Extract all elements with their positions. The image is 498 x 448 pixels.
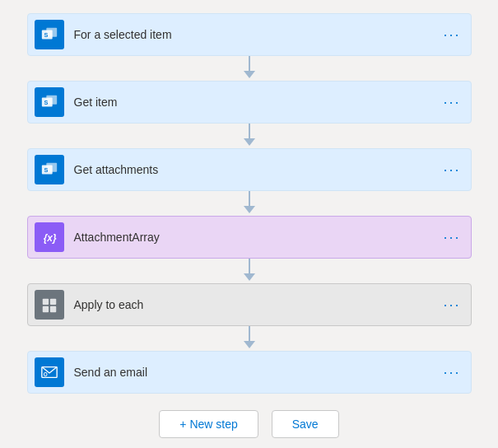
connector-4 [244, 259, 255, 283]
connector-5 [244, 326, 255, 351]
connector-arrow-5 [244, 341, 255, 348]
connector-line-4 [249, 259, 250, 273]
step-more-6[interactable]: ··· [443, 365, 460, 380]
connector-arrow-1 [244, 71, 255, 78]
step-card-4[interactable]: {x} AttachmentArray ··· [27, 216, 472, 259]
connector-line-1 [249, 56, 250, 71]
svg-rect-12 [42, 306, 48, 312]
svg-text:O: O [43, 371, 47, 377]
step-more-5[interactable]: ··· [443, 297, 460, 312]
step-card-3[interactable]: S Get attachments ··· [27, 148, 472, 191]
step-label-1: For a selected item [74, 28, 444, 41]
save-button[interactable]: Save [272, 410, 339, 438]
step-more-3[interactable]: ··· [443, 162, 460, 177]
step-label-6: Send an email [74, 366, 444, 379]
step-card-6[interactable]: O Send an email ··· [27, 351, 472, 394]
connector-1 [244, 56, 255, 81]
svg-rect-10 [42, 299, 48, 305]
step-card-2[interactable]: S Get item ··· [27, 81, 472, 124]
step-label-5: Apply to each [74, 298, 444, 311]
step-icon-loop [35, 290, 64, 320]
step-label-3: Get attachments [74, 163, 444, 176]
connector-line-3 [249, 191, 250, 206]
step-icon-sharepoint-1: S [35, 20, 64, 49]
connector-line-5 [249, 326, 250, 341]
connector-arrow-2 [244, 138, 255, 146]
step-label-2: Get item [74, 96, 444, 109]
step-icon-sharepoint-3: S [35, 155, 64, 184]
step-icon-outlook: O [35, 357, 64, 387]
svg-text:S: S [44, 99, 48, 106]
flow-container: S For a selected item ··· S Get item ··· [11, 13, 488, 438]
bottom-actions: + New step Save [159, 410, 338, 438]
step-more-2[interactable]: ··· [443, 95, 460, 110]
step-icon-sharepoint-2: S [35, 87, 64, 117]
step-more-1[interactable]: ··· [443, 27, 460, 42]
svg-text:S: S [44, 31, 48, 39]
connector-2 [244, 124, 255, 148]
svg-rect-13 [49, 306, 55, 312]
connector-arrow-3 [244, 206, 255, 213]
svg-text:S: S [44, 166, 48, 174]
step-more-4[interactable]: ··· [443, 230, 460, 245]
step-label-4: AttachmentArray [74, 231, 444, 244]
svg-rect-11 [49, 299, 55, 305]
step-card-1[interactable]: S For a selected item ··· [27, 13, 472, 56]
step-card-5[interactable]: Apply to each ··· [27, 283, 472, 326]
svg-text:{x}: {x} [43, 232, 56, 244]
connector-3 [244, 191, 255, 216]
step-icon-variable: {x} [35, 222, 64, 252]
new-step-button[interactable]: + New step [159, 410, 258, 438]
connector-arrow-4 [244, 273, 255, 281]
connector-line-2 [249, 124, 250, 138]
